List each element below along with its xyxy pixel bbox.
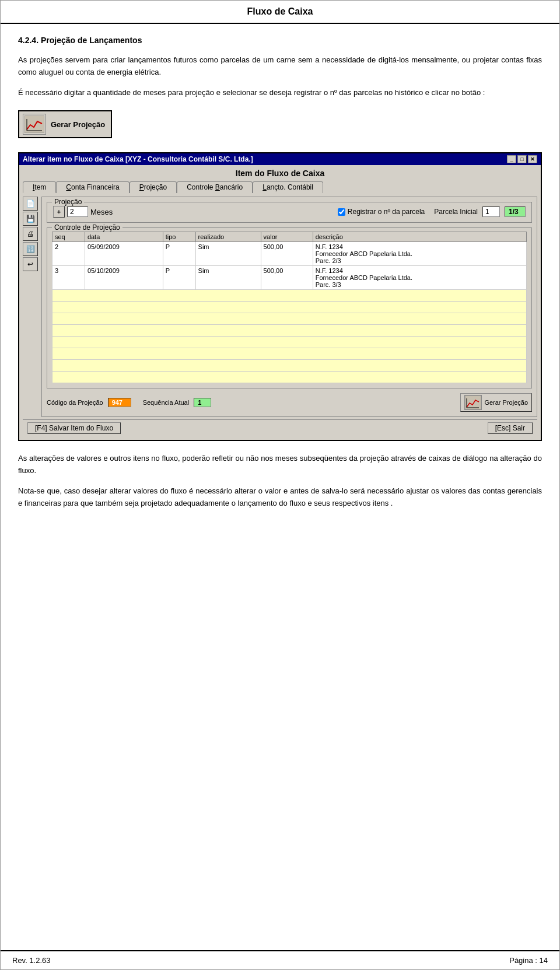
gerar-projecao-button[interactable]: Gerar Projeção <box>18 110 112 138</box>
plus-button[interactable]: + <box>53 206 65 218</box>
col-realizado: realizado <box>195 232 261 242</box>
table-row-empty <box>52 337 527 348</box>
page-footer: Rev. 1.2.63 Página : 14 <box>1 950 559 969</box>
controle-section: Controle de Projeção seq data tipo reali… <box>47 227 532 388</box>
cell-realizado: Sim <box>195 266 261 290</box>
parcela-total: 1/3 <box>505 206 526 217</box>
projecao-left: + Meses <box>53 206 113 218</box>
codigo-value: 947 <box>108 398 131 407</box>
dialog-subtitle: Item do Fluxo de Caixa <box>23 169 537 178</box>
codigo-label: Código da Projeção <box>47 399 103 406</box>
page-number: Página : 14 <box>509 956 548 965</box>
tab-projecao[interactable]: Projeção <box>130 181 177 193</box>
table-row-empty <box>52 360 527 372</box>
tab-item[interactable]: Item <box>23 181 56 193</box>
page-title: Fluxo de Caixa <box>247 6 313 16</box>
gerar-small-label: Gerar Projeção <box>484 399 528 406</box>
dialog-footer: [F4] Salvar Item do Fluxo [Esc] Sair <box>23 419 537 436</box>
col-valor: valor <box>261 232 313 242</box>
dialog-window: Alterar item no Fluxo de Caixa [XYZ - Co… <box>18 152 542 441</box>
cell-descricao: N.F. 1234Fornecedor ABCD Papelaria Ltda.… <box>313 266 526 290</box>
projecao-right: Registrar o nº da parcela Parcela Inicia… <box>338 206 526 217</box>
seq-label: Sequência Atual <box>143 399 190 406</box>
cell-valor: 500,00 <box>261 242 313 266</box>
dialog-layout: 📄 💾 🖨 🔢 ↩ Projeção + <box>23 197 537 417</box>
minimize-button[interactable]: _ <box>507 155 516 163</box>
cell-tipo: P <box>163 266 195 290</box>
projecao-section-title: Projeção <box>52 198 84 206</box>
table-row-empty <box>52 302 527 313</box>
dialog-inner: Item do Fluxo de Caixa Item Conta Financ… <box>19 165 541 440</box>
table-row-empty <box>52 290 527 302</box>
col-descricao: descrição <box>313 232 526 242</box>
cell-seq: 3 <box>52 266 85 290</box>
tab-bancario-label: Controle Bancário <box>187 183 243 191</box>
icon-calc[interactable]: 🔢 <box>23 242 38 256</box>
page-header: Fluxo de Caixa <box>1 1 559 24</box>
col-data: data <box>85 232 163 242</box>
table-row[interactable]: 2 05/09/2009 P Sim 500,00 N.F. 1234Forne… <box>52 242 527 266</box>
icon-arrow[interactable]: ↩ <box>23 257 38 271</box>
registrar-label: Registrar o nº da parcela <box>348 208 425 216</box>
projecao-section: Projeção + Meses Re <box>47 202 532 223</box>
paragraph-2: É necessário digitar a quantidade de mes… <box>18 87 542 99</box>
page-content: 4.2.4. Projeção de Lançamentos As projeç… <box>1 24 559 950</box>
table-row-empty <box>52 348 527 360</box>
close-button[interactable]: ✕ <box>528 155 537 163</box>
tab-item-label: Item <box>33 183 46 191</box>
projecao-row: + Meses Registrar o nº da parcela <box>53 206 526 218</box>
gerar-icon <box>23 114 46 135</box>
meses-label: Meses <box>90 208 113 216</box>
col-seq: seq <box>52 232 85 242</box>
gerar-btn-container: Gerar Projeção <box>18 110 542 138</box>
cell-seq: 2 <box>52 242 85 266</box>
tab-controle-bancario[interactable]: Controle Bancário <box>177 181 253 193</box>
table-row-empty <box>52 325 527 337</box>
table-row-empty <box>52 372 527 383</box>
page-container: Fluxo de Caixa 4.2.4. Projeção de Lançam… <box>0 0 560 970</box>
gerar-small-button[interactable]: Gerar Projeção <box>460 393 532 412</box>
col-tipo: tipo <box>163 232 195 242</box>
registrar-checkbox[interactable] <box>338 208 345 216</box>
checkbox-registrar: Registrar o nº da parcela <box>338 208 425 216</box>
parcela-inicial-input[interactable] <box>482 206 500 217</box>
dialog-title: Alterar item no Fluxo de Caixa [XYZ - Co… <box>23 155 253 163</box>
gerar-small-icon <box>464 395 482 410</box>
tab-projecao-label: Projeção <box>139 183 167 191</box>
titlebar-buttons: _ □ ✕ <box>507 155 537 163</box>
parcela-inicial-label: Parcela Inicial <box>434 208 478 216</box>
paragraph-1: As projeções servem para criar lançament… <box>18 54 542 79</box>
exit-button[interactable]: [Esc] Sair <box>488 422 533 434</box>
dialog-titlebar: Alterar item no Fluxo de Caixa [XYZ - Co… <box>19 153 541 165</box>
tab-conta-financeira[interactable]: Conta Financeira <box>56 181 129 193</box>
sidebar-icons: 📄 💾 🖨 🔢 ↩ <box>23 197 39 417</box>
tab-conta-label: Conta Financeira <box>66 183 119 191</box>
dialog-main-content: Projeção + Meses Re <box>41 197 537 417</box>
table-row-empty <box>52 313 527 325</box>
cell-data: 05/09/2009 <box>85 242 163 266</box>
paragraph-3: As alterações de valores e outros itens … <box>18 453 542 477</box>
cell-tipo: P <box>163 242 195 266</box>
cell-realizado: Sim <box>195 242 261 266</box>
table-row[interactable]: 3 05/10/2009 P Sim 500,00 N.F. 1234Forne… <box>52 266 527 290</box>
revision-label: Rev. 1.2.63 <box>12 956 51 965</box>
tab-lancto-contabil[interactable]: Lançto. Contábil <box>253 181 323 193</box>
icon-save[interactable]: 💾 <box>23 212 38 226</box>
maximize-button[interactable]: □ <box>517 155 527 163</box>
paragraph-4: Nota-se que, caso desejar alterar valore… <box>18 485 542 510</box>
gerar-btn-label: Gerar Projeção <box>51 120 105 129</box>
controle-section-title: Controle de Projeção <box>52 223 123 232</box>
cell-data: 05/10/2009 <box>85 266 163 290</box>
icon-print[interactable]: 🖨 <box>23 227 38 241</box>
seq-value: 1 <box>194 398 211 407</box>
meses-input[interactable] <box>67 206 88 217</box>
cell-valor: 500,00 <box>261 266 313 290</box>
bottom-info-row: Código da Projeção 947 Sequência Atual 1 <box>47 393 532 412</box>
save-item-button[interactable]: [F4] Salvar Item do Fluxo <box>27 422 121 434</box>
controle-table: seq data tipo realizado valor descrição <box>52 232 527 383</box>
section-title: 4.2.4. Projeção de Lançamentos <box>18 36 542 45</box>
icon-doc[interactable]: 📄 <box>23 197 38 211</box>
tab-lancto-label: Lançto. Contábil <box>262 183 313 191</box>
svg-rect-3 <box>465 395 481 409</box>
tabs-row: Item Conta Financeira Projeção Controle … <box>23 181 537 193</box>
